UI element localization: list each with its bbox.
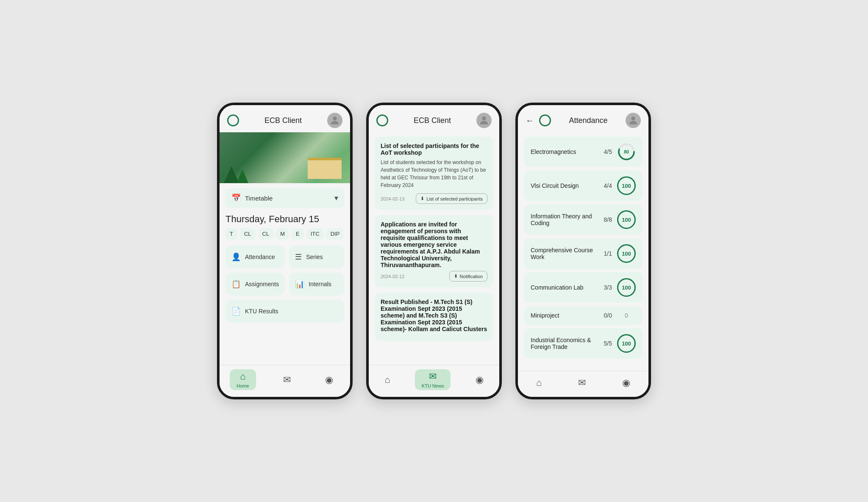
day-tag-ITC: ITC: [306, 228, 324, 240]
profile-icon-p3: ◉: [622, 377, 630, 388]
news-title-3: Result Published - M.Tech S1 (S) Examina…: [381, 298, 487, 332]
ktu-results-label: KTU Results: [245, 308, 278, 315]
nav-mail[interactable]: ✉: [276, 373, 298, 387]
internals-icon: 📊: [295, 279, 304, 289]
nav-ktu-label: KTU News: [422, 383, 444, 388]
series-icon: ☰: [295, 252, 302, 262]
attendance-icon: 👤: [231, 252, 241, 262]
home-icon: ⌂: [240, 371, 245, 382]
att-subject-4: Communication Lab: [531, 284, 604, 291]
nav-profile[interactable]: ◉: [318, 373, 340, 387]
news-body-1: List of students selected for the worksh…: [381, 159, 487, 189]
news-footer-1: 2024-02-13 ⬇ List of selected participan…: [381, 193, 487, 204]
news-title-1: List of selected participants for the Ao…: [381, 142, 487, 156]
phone3-title: Attendance: [554, 116, 622, 125]
att-count-1: 4/4: [604, 182, 612, 189]
svg-point-1: [482, 117, 486, 120]
day-tag-E: E: [292, 228, 304, 240]
assignments-icon: 📋: [231, 279, 241, 289]
att-row-4: Communication Lab 3/3 100: [524, 272, 643, 303]
phone2-bottom-nav: ⌂ ✉ KTU News ◉: [369, 365, 499, 397]
home-icon-p2: ⌂: [384, 374, 390, 385]
att-zero-5: 0: [617, 312, 636, 319]
att-row-2: Information Theory and Coding 8/8 100: [524, 204, 643, 235]
att-count-0: 4/5: [604, 148, 612, 155]
menu-grid: 👤 Attendance ☰ Series 📋 Assignments 📊 In…: [225, 245, 344, 296]
day-tag-CL2: CL: [258, 228, 274, 240]
menu-ktu-results[interactable]: 📄 KTU Results: [225, 300, 344, 323]
att-circle-0: 80: [617, 142, 636, 161]
svg-point-0: [333, 117, 337, 120]
news-btn-label-2: Notification: [460, 274, 483, 279]
phone1-bottom-nav: ⌂ Home ✉ ◉: [220, 365, 350, 397]
menu-series[interactable]: ☰ Series: [289, 245, 344, 268]
news-btn-2[interactable]: ⬇ Notification: [449, 271, 487, 282]
avatar-phone1: [327, 113, 342, 128]
news-btn-1[interactable]: ⬇ List of selected participants: [416, 193, 487, 204]
att-count-3: 1/1: [604, 250, 612, 257]
mail-icon-p2: ✉: [429, 371, 437, 382]
nav-home-p2[interactable]: ⌂: [378, 373, 397, 387]
menu-attendance-label: Attendance: [245, 254, 275, 260]
att-circle-3: 100: [617, 244, 636, 263]
phone2-header: ECB Client: [369, 105, 499, 132]
att-subject-6: Industrial Economics & Foreign Trade: [531, 337, 604, 350]
att-circle-2: 100: [617, 210, 636, 229]
ktu-results-icon: 📄: [231, 307, 241, 316]
download-icon-2: ⬇: [454, 273, 458, 279]
status-circle-phone3: [539, 114, 551, 126]
nav-ktu-news[interactable]: ✉ KTU News: [415, 369, 451, 390]
news-date-1: 2024-02-13: [381, 196, 404, 201]
menu-attendance[interactable]: 👤 Attendance: [225, 245, 285, 268]
nav-home[interactable]: ⌂ Home: [230, 369, 256, 390]
att-count-4: 3/3: [604, 284, 612, 291]
menu-assignments[interactable]: 📋 Assignments: [225, 273, 285, 296]
news-card-1: List of selected participants for the Ao…: [375, 137, 493, 210]
att-circle-6: 100: [617, 334, 636, 353]
att-subject-5: Miniproject: [531, 312, 604, 319]
back-button[interactable]: ←: [526, 116, 534, 126]
download-icon-1: ⬇: [420, 196, 424, 201]
att-row-5: Miniproject 0/0 0: [524, 306, 643, 325]
phone2-title: ECB Client: [392, 116, 473, 125]
phone1-body: 📅 Timetable ▾ Thursday, February 15 T CL…: [220, 132, 350, 365]
profile-icon: ◉: [325, 374, 333, 385]
news-title-2: Applications are invited for engagement …: [381, 221, 487, 268]
nav-home-p3[interactable]: ⌂: [529, 376, 548, 390]
avatar-phone3: [626, 113, 641, 128]
att-percent-0: 80: [624, 149, 629, 154]
phone1-header: ECB Client: [220, 105, 350, 132]
att-count-2: 8/8: [604, 216, 612, 223]
avatar-phone2: [476, 113, 492, 128]
mail-icon: ✉: [283, 374, 291, 385]
att-circle-4: 100: [617, 278, 636, 297]
timetable-row[interactable]: 📅 Timetable ▾: [225, 188, 344, 208]
news-card-3: Result Published - M.Tech S1 (S) Examina…: [375, 293, 493, 341]
attendance-list: Electromagnetics 4/5 80 Vlsi Circuit Des…: [518, 132, 648, 371]
att-percent-1: 100: [622, 183, 631, 189]
news-card-2: Applications are invited for engagement …: [375, 215, 493, 287]
att-circle-1: 100: [617, 176, 636, 195]
nav-mail-p3[interactable]: ✉: [571, 376, 593, 390]
nav-profile-p2[interactable]: ◉: [469, 373, 490, 387]
phone1: ECB Client 📅 Timetable ▾ Thursday, Febru…: [217, 103, 353, 399]
att-row-1: Vlsi Circuit Design 4/4 100: [524, 170, 643, 201]
att-subject-3: Comprehensive Course Work: [531, 247, 604, 260]
day-tag-CL1: CL: [240, 228, 256, 240]
menu-internals-label: Internals: [309, 281, 331, 287]
day-tags-container: T CL CL M E ITC DIP: [225, 228, 344, 240]
menu-assignments-label: Assignments: [245, 281, 279, 287]
att-subject-0: Electromagnetics: [531, 148, 604, 155]
calendar-icon: 📅: [231, 193, 241, 203]
mail-icon-p3: ✉: [578, 377, 586, 388]
phone3: ← Attendance Electromagnetics 4/5 80 Vls…: [515, 103, 651, 399]
att-percent-6: 100: [622, 340, 631, 347]
news-btn-label-1: List of selected participants: [426, 196, 483, 201]
att-percent-2: 100: [622, 217, 631, 223]
news-date-2: 2024-02-12: [381, 274, 404, 279]
phone2: ECB Client List of selected participants…: [366, 103, 502, 399]
att-percent-3: 100: [622, 251, 631, 257]
nav-profile-p3[interactable]: ◉: [615, 376, 637, 390]
news-footer-2: 2024-02-12 ⬇ Notification: [381, 271, 487, 282]
menu-internals[interactable]: 📊 Internals: [289, 273, 344, 296]
